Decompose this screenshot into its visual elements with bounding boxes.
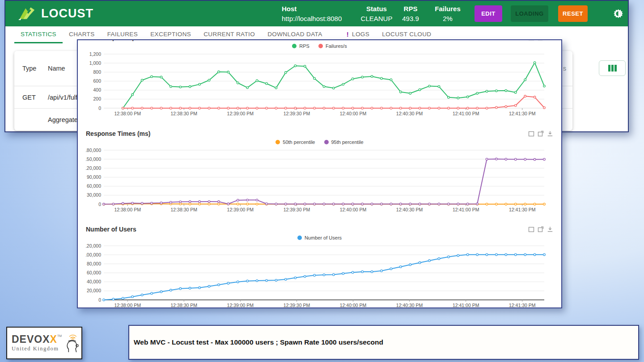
y-axis-label: 800 <box>93 69 101 75</box>
box-zoom-icon[interactable] <box>528 226 534 232</box>
restore-zoom-icon[interactable] <box>538 226 544 232</box>
x-axis-label: 12:41:00 PM <box>453 303 479 308</box>
column-selector-button[interactable] <box>599 60 626 76</box>
devoxx-logo-box: DEVOXXTM United Kingdom <box>6 327 82 359</box>
charts-panel: Total Requests per Second RPSFailures/s … <box>77 39 562 308</box>
chart-legend: Number of Users <box>86 234 553 241</box>
y-axis-label: 30,000 <box>87 192 101 198</box>
tab-label: CHARTS <box>69 31 95 38</box>
chart-title: Number of Users <box>86 226 136 233</box>
x-axis-label: 12:40:00 PM <box>340 111 367 116</box>
x-axis-label: 12:40:00 PM <box>340 303 367 308</box>
host-value: http://localhost:8080 <box>282 14 342 24</box>
chart-toolbox <box>528 130 553 137</box>
x-axis-label: 12:41:00 PM <box>453 111 479 116</box>
x-axis-label: 12:38:30 PM <box>170 111 197 116</box>
legend-dot <box>324 140 329 144</box>
y-axis-label: 200 <box>93 96 101 101</box>
legend-dot <box>292 44 297 48</box>
y-axis-label: 600 <box>93 78 101 84</box>
series-line-number-of-users <box>104 255 544 300</box>
series-line-failures-s <box>123 96 544 108</box>
status-label: Status <box>356 4 397 14</box>
chart-response-times: Response Times (ms) 50th percentile95th … <box>86 130 553 216</box>
locust-grasshopper-icon <box>17 5 37 21</box>
x-axis-label: 12:38:30 PM <box>170 207 197 212</box>
rps-label: RPS <box>398 4 423 14</box>
cell-name: Aggregated <box>48 116 81 123</box>
legend-item-number-of-users[interactable]: Number of Users <box>297 235 342 240</box>
legend-item-50th-percentile[interactable]: 50th percentile <box>275 139 315 145</box>
box-zoom-icon[interactable] <box>528 39 534 41</box>
tab-label: STATISTICS <box>21 31 56 38</box>
chart-legend: RPSFailures/s <box>86 42 553 50</box>
legend-item-95th-percentile[interactable]: 95th percentile <box>324 139 364 145</box>
legend-dot <box>275 140 280 144</box>
tab-label: DOWNLOAD DATA <box>267 31 322 38</box>
tab-label: FAILURES <box>107 31 138 38</box>
legend-item-failures-s[interactable]: Failures/s <box>318 43 347 49</box>
loading-button[interactable]: LOADING <box>511 5 548 22</box>
rps-chart-plot[interactable]: 02004006008001,0001,20012:38:00 PM12:38:… <box>86 50 553 120</box>
devoxx-x: X <box>50 333 57 345</box>
legend-label: RPS <box>299 43 309 49</box>
x-axis-label: 12:41:30 PM <box>509 111 536 116</box>
chart-title: Response Times (ms) <box>86 130 150 137</box>
caption-text: Web MVC - Locust test - Max 100000 users… <box>134 338 383 346</box>
x-axis-label: 12:40:30 PM <box>396 111 423 116</box>
locust-logo[interactable]: LOCUST <box>17 5 93 21</box>
x-axis-label: 12:38:00 PM <box>114 207 141 212</box>
dark-mode-toggle[interactable] <box>613 8 624 21</box>
download-image-icon[interactable] <box>547 226 553 232</box>
x-axis-label: 12:41:00 PM <box>453 207 479 212</box>
status-badge: CLEANUP <box>356 14 397 24</box>
brightness-contrast-icon <box>613 8 624 19</box>
response-times-chart-plot[interactable]: 030,00060,00090,000120,000150,000180,000… <box>86 146 553 216</box>
y-axis-label: 80,000 <box>87 261 101 266</box>
download-image-icon[interactable] <box>547 130 553 137</box>
x-axis-label: 12:39:00 PM <box>227 111 254 116</box>
columns-icon <box>608 65 610 72</box>
column-header-name: Name <box>48 65 65 72</box>
y-axis-label: 400 <box>93 87 101 93</box>
y-axis-label: 120,000 <box>86 165 101 171</box>
y-axis-label: 0 <box>98 105 101 111</box>
edit-button[interactable]: EDIT <box>475 5 502 22</box>
chart-toolbox <box>528 226 553 232</box>
devoxx-wordmark: DEVOX <box>12 333 50 345</box>
column-header-partial: s <box>563 65 566 72</box>
x-axis-label: 12:39:30 PM <box>284 111 310 116</box>
x-axis-label: 12:41:30 PM <box>509 207 536 212</box>
devoxx-logo-text: DEVOXXTM United Kingdom <box>12 334 62 352</box>
devoxx-subtitle: United Kingdom <box>12 346 62 352</box>
y-axis-label: 60,000 <box>87 270 101 275</box>
y-axis-label: 40,000 <box>87 279 101 284</box>
x-axis-label: 12:39:00 PM <box>227 303 254 308</box>
tab-statistics[interactable]: STATISTICS <box>14 26 63 43</box>
reset-button[interactable]: RESET <box>558 5 588 22</box>
x-axis-label: 12:38:00 PM <box>114 303 141 308</box>
x-axis-label: 12:39:30 PM <box>284 303 310 308</box>
users-chart-plot[interactable]: 020,00040,00060,00080,000100,000120,0001… <box>86 241 553 308</box>
box-zoom-icon[interactable] <box>528 130 534 137</box>
status-info: Status CLEANUP <box>356 4 397 24</box>
y-axis-label: 180,000 <box>86 147 101 153</box>
legend-item-rps[interactable]: RPS <box>292 43 309 49</box>
restore-zoom-icon[interactable] <box>538 39 544 41</box>
failures-value: 2% <box>428 14 468 24</box>
brand-title: LOCUST <box>41 7 93 21</box>
chart-legend: 50th percentile95th percentile <box>86 139 553 146</box>
column-header-type: Type <box>22 65 36 72</box>
tab-label: CURRENT RATIO <box>203 31 255 38</box>
page-background: LOCUST Host http://localhost:8080 Status… <box>0 0 644 362</box>
y-axis-label: 120,000 <box>86 243 101 248</box>
download-image-icon[interactable] <box>547 39 553 41</box>
y-axis-label: 1,000 <box>89 60 101 66</box>
y-axis-label: 60,000 <box>87 183 101 189</box>
chart-title: Total Requests per Second <box>86 39 166 41</box>
restore-zoom-icon[interactable] <box>538 130 544 137</box>
legend-label: Failures/s <box>326 43 347 49</box>
host-label: Host <box>282 4 342 14</box>
devoxx-head-icon <box>64 331 81 355</box>
series-line-rps <box>123 63 544 108</box>
